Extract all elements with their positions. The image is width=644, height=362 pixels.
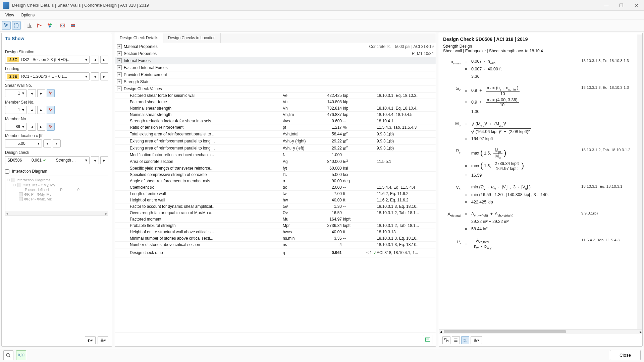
precision-button[interactable]: 0,00 bbox=[16, 350, 26, 360]
next-loading[interactable]: ▸ bbox=[100, 72, 108, 80]
data-row[interactable]: Factor to account for dynamic shear ampl… bbox=[115, 203, 436, 210]
member-set-combo[interactable]: 1▾ bbox=[5, 106, 26, 114]
data-row[interactable]: Probable flexural strengthMpr2736.34kipf… bbox=[115, 223, 436, 229]
check-icon: ✓ bbox=[43, 158, 46, 163]
tool-colors[interactable] bbox=[45, 21, 54, 30]
row-value: 0.600 bbox=[316, 119, 343, 123]
data-row[interactable]: Modification factor reflects reduced mec… bbox=[115, 152, 436, 158]
tool-detail2[interactable] bbox=[68, 21, 77, 30]
help-button[interactable] bbox=[3, 350, 13, 360]
pick-member-no[interactable] bbox=[47, 123, 55, 131]
prev-shear-wall[interactable]: ◂ bbox=[28, 89, 36, 97]
data-row[interactable]: Total existing area of reinforcement par… bbox=[115, 131, 436, 138]
data-row[interactable]: Number of stories above critical section… bbox=[115, 242, 436, 248]
calc-tool-2[interactable] bbox=[452, 336, 460, 344]
maximize-button[interactable]: ☐ bbox=[614, 0, 629, 10]
export-button[interactable] bbox=[423, 335, 432, 344]
close-window-button[interactable]: ✕ bbox=[629, 0, 644, 10]
tool-detail1[interactable] bbox=[58, 21, 67, 30]
data-row[interactable]: Height of entire wallhw40.00ft11.6.2, Eq… bbox=[115, 197, 436, 203]
row-unit: in2 bbox=[343, 145, 360, 151]
ratio-row[interactable]: Design check ratioη0.961--≤ 1 ✓ACI 318, … bbox=[115, 248, 436, 257]
interaction-diagram-checkbox[interactable]: Interaction Diagram bbox=[5, 169, 108, 174]
member-no-combo[interactable]: 86▾ bbox=[5, 123, 26, 131]
section-section-props[interactable]: +Section PropertiesR_M1 10/84 bbox=[115, 50, 436, 57]
scroll-right-icon[interactable]: ▸ bbox=[105, 211, 107, 216]
sidebar-tool-1[interactable]: ◐▾ bbox=[85, 336, 96, 344]
data-row[interactable]: Specified compressive strength of concre… bbox=[115, 172, 436, 178]
prev-member-set[interactable]: ◂ bbox=[28, 106, 36, 114]
row-symbol: Ve bbox=[283, 93, 316, 98]
scroll-left-icon[interactable]: ◂ bbox=[6, 211, 8, 216]
section-provided-reinf[interactable]: +Provided Reinforcement bbox=[115, 71, 436, 78]
next-design-check[interactable]: ▸ bbox=[100, 156, 108, 164]
data-row[interactable]: Length of entire walllw7.00ft11.6.2, Eq.… bbox=[115, 191, 436, 197]
loading-combo[interactable]: 2.3E RC1 - 1.20D/p + L + 0.1...▾ bbox=[5, 72, 90, 80]
data-row[interactable]: Nominal shear strengthVn,lim476.837kip18… bbox=[115, 112, 436, 118]
calc-tool-1[interactable] bbox=[442, 336, 450, 344]
next-member-no[interactable]: ▸ bbox=[37, 123, 45, 131]
pick-member-set[interactable] bbox=[47, 106, 55, 114]
prev-design-check[interactable]: ◂ bbox=[91, 156, 99, 164]
data-row[interactable]: Nominal shear strengthVn732.814kip18.10.… bbox=[115, 105, 436, 112]
shear-wall-combo[interactable]: 1▾ bbox=[5, 89, 26, 97]
design-check-combo[interactable]: SD0506 0.961✓ Strength ... ▾ bbox=[5, 156, 90, 164]
prev-member-location[interactable]: ◂ bbox=[43, 139, 51, 147]
next-shear-wall[interactable]: ▸ bbox=[37, 89, 45, 97]
row-unit: in2 bbox=[343, 159, 360, 164]
data-row[interactable]: Coefficient αcαc2.000--11.5.4.4, Eq. 11.… bbox=[115, 184, 436, 191]
row-symbol: hw bbox=[283, 198, 316, 202]
row-label: Total existing area of reinforcement par… bbox=[130, 132, 283, 136]
data-row[interactable]: Overstrength factor equal to ratio of Mp… bbox=[115, 210, 436, 216]
eq-omegav: ωv =0.9 + max (ns , ns,min )10 =0.9 + ma… bbox=[445, 85, 638, 116]
prev-design-situation[interactable]: ◂ bbox=[91, 56, 99, 64]
next-member-set[interactable]: ▸ bbox=[37, 106, 45, 114]
data-row[interactable]: Minimal number of stories above critical… bbox=[115, 235, 436, 242]
row-symbol: Φvs bbox=[283, 119, 316, 123]
sidebar-print[interactable]: 🖶▾ bbox=[98, 336, 108, 344]
next-design-situation[interactable]: ▸ bbox=[100, 56, 108, 64]
data-row[interactable]: Ratio of tension reinforcementρt1.217%11… bbox=[115, 124, 436, 131]
data-row[interactable]: Existing area of reinforcement parallel … bbox=[115, 145, 436, 152]
data-row[interactable]: Factored shear force for seismic wallVe4… bbox=[115, 93, 436, 99]
tab-details[interactable]: Design Check Details bbox=[115, 33, 163, 43]
section-factored-forces[interactable]: +Factored Internal Forces bbox=[115, 64, 436, 71]
calc-tool-3[interactable]: x=y3=4 bbox=[461, 336, 469, 344]
data-row[interactable]: Factored shear forceVu140.808kip bbox=[115, 99, 436, 105]
tab-location[interactable]: Design Checks in Location bbox=[163, 33, 221, 43]
menu-options[interactable]: Options bbox=[17, 11, 38, 19]
section-material[interactable]: +Material PropertiesConcrete f'c = 5000 … bbox=[115, 43, 436, 50]
next-member-location[interactable]: ▸ bbox=[53, 139, 61, 147]
close-button[interactable]: Close bbox=[610, 350, 641, 360]
tool-pick-section[interactable] bbox=[12, 21, 21, 30]
prev-loading[interactable]: ◂ bbox=[91, 72, 99, 80]
sidebar-panel: To Show Design Situation 2.3E DS2 - Sect… bbox=[1, 33, 112, 347]
horizontal-scrollbar[interactable]: ◂▸ bbox=[439, 329, 642, 334]
tool-graph[interactable] bbox=[25, 21, 34, 30]
row-symbol: Ωv bbox=[283, 210, 316, 215]
menu-view[interactable]: View bbox=[2, 11, 17, 19]
tool-diagram[interactable] bbox=[35, 21, 44, 30]
tool-pick-member[interactable] bbox=[2, 21, 11, 30]
section-internal-forces[interactable]: +Internal Forces bbox=[115, 57, 436, 64]
prev-member-no[interactable]: ◂ bbox=[28, 123, 36, 131]
section-design-values[interactable]: −Design Check Values bbox=[115, 85, 436, 93]
design-situation-combo[interactable]: 2.3E DS2 - Section 2.3 (LRFD)...▾ bbox=[5, 56, 90, 64]
vertical-scrollbar[interactable] bbox=[637, 35, 642, 333]
member-location-combo[interactable]: 5.00▾ bbox=[5, 139, 42, 147]
minimize-button[interactable]: — bbox=[599, 0, 614, 10]
data-row[interactable]: Strength reduction factor Φ for shear in… bbox=[115, 118, 436, 124]
data-row[interactable]: Specific yield strength of transverse re… bbox=[115, 165, 436, 172]
data-row[interactable]: Factored momentMu164.97kipft bbox=[115, 216, 436, 223]
data-row[interactable]: Area of concrete sectionAg840.000in211.5… bbox=[115, 158, 436, 165]
calc-print[interactable]: 🖶▾ bbox=[471, 336, 482, 344]
data-row[interactable]: Angle of shear reinforcement to member a… bbox=[115, 178, 436, 184]
data-row[interactable]: Existing area of reinforcement parallel … bbox=[115, 138, 436, 145]
section-strength-state[interactable]: +Strength State bbox=[115, 78, 436, 85]
row-value: 58.44 bbox=[316, 132, 343, 136]
interaction-diagram-input[interactable] bbox=[5, 169, 9, 174]
row-label: Angle of shear reinforcement to member a… bbox=[130, 179, 283, 183]
pick-shear-wall[interactable] bbox=[47, 89, 55, 97]
data-row[interactable]: Height of entire structural wall above c… bbox=[115, 229, 436, 235]
row-label: Nominal shear strength bbox=[130, 106, 283, 111]
